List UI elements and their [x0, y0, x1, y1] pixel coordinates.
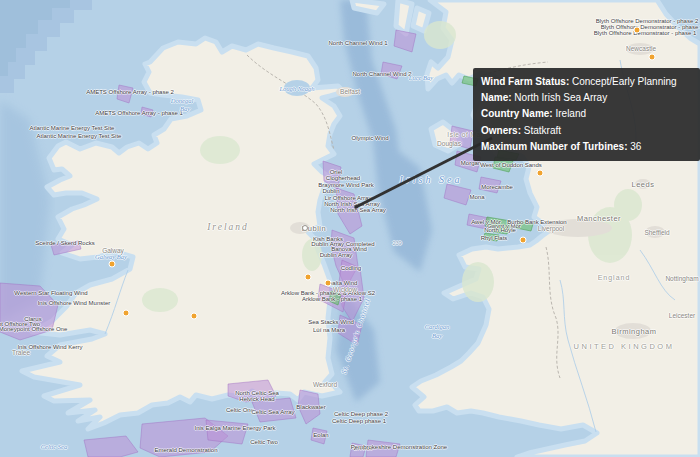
tooltip-row: Country Name: Ireland — [481, 106, 692, 122]
tooltip-field-value: Ireland — [553, 108, 586, 119]
tooltip-row: Wind Farm Status: Concept/Early Planning — [481, 74, 692, 90]
tooltip-row: Maximum Number of Turbines: 36 — [481, 139, 692, 155]
tooltip-field-label: Wind Farm Status: — [481, 76, 569, 87]
tooltip-field-label: Name: — [481, 92, 512, 103]
tooltip-row: Owners: Statkraft — [481, 123, 692, 139]
tooltip-field-value: Statkraft — [521, 125, 561, 136]
map-viewport[interactable]: Blyth Offshore Demonstrator - phase 2Bly… — [0, 0, 700, 457]
wind-farm-area-inis-ealga[interactable] — [206, 420, 248, 444]
islay-island[interactable] — [352, 0, 384, 13]
tooltip-field-value: 36 — [628, 141, 642, 152]
tooltip-row: Name: North Irish Sea Array — [481, 90, 692, 106]
tooltip-field-label: Maximum Number of Turbines: — [481, 141, 628, 152]
wind-farm-area-erebus[interactable] — [350, 443, 366, 457]
wind-farm-area-celtic-sea-array[interactable] — [252, 398, 296, 422]
tooltip-field-value: Concept/Early Planning — [569, 76, 676, 87]
wind-farm-info-tooltip: Wind Farm Status: Concept/Early Planning… — [473, 68, 700, 161]
lough-neagh — [284, 80, 310, 96]
tooltip-field-label: Country Name: — [481, 108, 553, 119]
tooltip-field-label: Owners: — [481, 125, 521, 136]
tooltip-field-value: North Irish Sea Array — [512, 92, 608, 103]
